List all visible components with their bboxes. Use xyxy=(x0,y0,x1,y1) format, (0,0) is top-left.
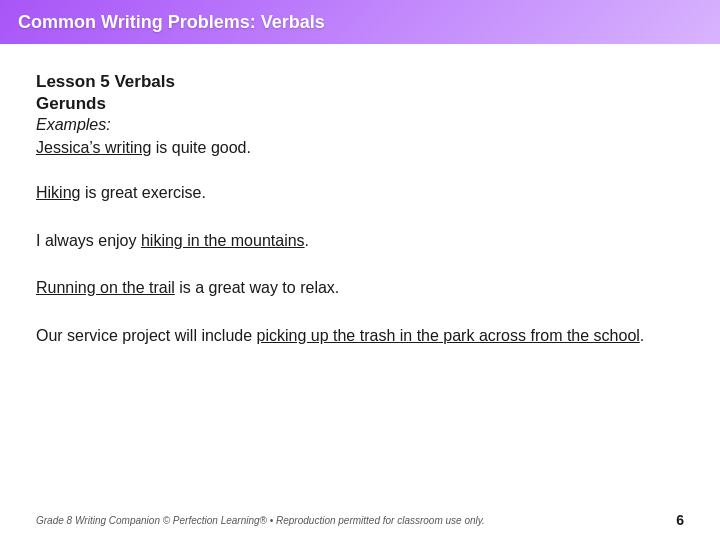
jessica-writing-rest: is quite good. xyxy=(151,139,251,156)
hiking-mountains: I always enjoy hiking in the mountains. xyxy=(36,228,684,254)
service-project-underline: picking up the trash in the park across … xyxy=(257,327,640,344)
header-bar: Common Writing Problems: Verbals xyxy=(0,0,720,44)
hiking-mountains-underline: hiking in the mountains xyxy=(141,232,305,249)
lesson-heading: Lesson 5 Verbals xyxy=(36,72,684,92)
running-trail: Running on the trail is a great way to r… xyxy=(36,275,684,301)
examples-label: Examples: xyxy=(36,116,684,134)
hiking-rest: is great exercise. xyxy=(80,184,205,201)
footer-copyright: Grade 8 Writing Companion © Perfection L… xyxy=(36,515,485,526)
header-title: Common Writing Problems: Verbals xyxy=(18,12,325,33)
page-number: 6 xyxy=(676,512,684,528)
hiking-exercise: Hiking is great exercise. xyxy=(36,180,684,206)
footer: Grade 8 Writing Companion © Perfection L… xyxy=(36,512,684,528)
gerunds-heading: Gerunds xyxy=(36,94,684,114)
example-jessica: Jessica’s writing is quite good. xyxy=(36,136,684,160)
service-project-after: . xyxy=(640,327,644,344)
hiking-mountains-after: . xyxy=(305,232,309,249)
hiking-mountains-before: I always enjoy xyxy=(36,232,141,249)
running-trail-rest: is a great way to relax. xyxy=(175,279,340,296)
jessica-writing-underline: Jessica’s writing xyxy=(36,139,151,156)
service-project: Our service project will include picking… xyxy=(36,323,684,349)
content-area: Lesson 5 Verbals Gerunds Examples: Jessi… xyxy=(0,44,720,390)
running-trail-underline: Running on the trail xyxy=(36,279,175,296)
service-project-before: Our service project will include xyxy=(36,327,257,344)
intro-block: Lesson 5 Verbals Gerunds Examples: Jessi… xyxy=(36,72,684,160)
hiking-underline: Hiking xyxy=(36,184,80,201)
